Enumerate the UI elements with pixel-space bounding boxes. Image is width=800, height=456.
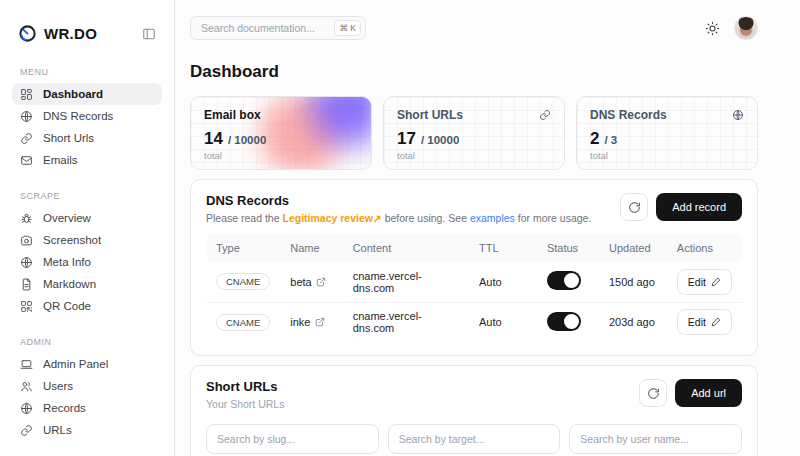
sidebar-item-markdown[interactable]: Markdown — [12, 273, 162, 295]
user-avatar[interactable] — [734, 16, 758, 40]
url-filters-row — [206, 424, 742, 454]
search-by-user-name-input[interactable] — [569, 424, 742, 454]
external-link-icon — [315, 317, 325, 327]
table-row: CNAME beta cname.vercel-dns.com Auto 150… — [206, 262, 742, 302]
globe-icon — [20, 402, 33, 415]
sidebar-item-label: Records — [43, 402, 86, 414]
record-updated: 150d ago — [599, 262, 667, 302]
sidebar-item-label: Users — [43, 380, 73, 392]
dns-records-table: Type Name Content TTL Status Updated Act… — [206, 234, 742, 342]
sidebar-item-label: Emails — [43, 154, 78, 166]
legitimacy-review-link[interactable]: Legitimacy review — [282, 212, 372, 224]
short-urls-subtitle: Your Short URLs — [206, 398, 284, 410]
stat-title: DNS Records — [590, 108, 667, 122]
record-name: beta — [290, 276, 311, 288]
globe-icon — [732, 109, 744, 121]
col-actions: Actions — [667, 234, 742, 262]
sidebar-item-label: Admin Panel — [43, 358, 108, 370]
main-content: ⌘ K Dashboard Email box 14 — [175, 0, 800, 456]
stat-limit: / 3 — [604, 134, 617, 146]
external-link-icon — [316, 277, 326, 287]
globe-icon — [20, 256, 33, 269]
stat-limit: / 10000 — [228, 134, 266, 146]
sidebar-item-label: URLs — [43, 424, 72, 436]
pencil-icon — [711, 277, 721, 287]
refresh-dns-button[interactable] — [620, 193, 648, 221]
edit-record-button[interactable]: Edit — [677, 309, 732, 335]
sidebar-item-urls[interactable]: URLs — [12, 419, 162, 441]
record-type-badge: CNAME — [216, 314, 270, 331]
stat-title: Email box — [204, 108, 261, 122]
dashboard-icon — [20, 88, 33, 101]
add-url-button[interactable]: Add url — [675, 379, 742, 407]
record-name-link[interactable]: inke — [290, 316, 324, 328]
pencil-icon — [711, 317, 721, 327]
sidebar-item-short-urls[interactable]: Short Urls — [12, 127, 162, 149]
topbar: ⌘ K — [190, 0, 758, 56]
topbar-right — [705, 16, 758, 40]
stat-caption: total — [397, 150, 551, 161]
globe-icon — [20, 110, 33, 123]
link-icon — [20, 132, 33, 145]
link-icon — [20, 424, 33, 437]
users-icon — [20, 380, 33, 393]
sun-icon — [705, 21, 720, 36]
sidebar-item-admin-panel[interactable]: Admin Panel — [12, 353, 162, 375]
col-status: Status — [537, 234, 599, 262]
brand-logo[interactable]: WR.DO — [18, 24, 97, 43]
examples-link[interactable]: examples — [470, 212, 515, 224]
search-wrap: ⌘ K — [190, 16, 366, 40]
sidebar-item-screenshot[interactable]: Screenshot — [12, 229, 162, 251]
status-toggle[interactable] — [547, 312, 581, 331]
brand-name: WR.DO — [44, 25, 97, 42]
search-by-slug-input[interactable] — [206, 424, 379, 454]
sidebar-item-dashboard[interactable]: Dashboard — [12, 83, 162, 105]
sidebar-item-users[interactable]: Users — [12, 375, 162, 397]
record-content: cname.vercel-dns.com — [343, 262, 469, 302]
stat-value: 2 — [590, 129, 599, 149]
col-updated: Updated — [599, 234, 667, 262]
col-type: Type — [206, 234, 280, 262]
record-content: cname.vercel-dns.com — [343, 302, 469, 342]
file-text-icon — [20, 278, 33, 291]
col-ttl: TTL — [469, 234, 537, 262]
refresh-urls-button[interactable] — [639, 379, 667, 407]
link-icon — [539, 109, 551, 121]
table-header-row: Type Name Content TTL Status Updated Act… — [206, 234, 742, 262]
sidebar-item-label: Markdown — [43, 278, 96, 290]
theme-toggle-button[interactable] — [705, 21, 720, 36]
sidebar-item-emails[interactable]: Emails — [12, 149, 162, 171]
dns-panel-description: Please read the Legitimacy review↗ befor… — [206, 212, 591, 224]
edit-record-button[interactable]: Edit — [677, 269, 732, 295]
sidebar: WR.DO MENU Dashboard DNS Records Short U… — [0, 0, 175, 456]
sidebar-item-dns-records[interactable]: DNS Records — [12, 105, 162, 127]
sidebar-item-meta-info[interactable]: Meta Info — [12, 251, 162, 273]
panel-left-icon — [142, 27, 156, 41]
sidebar-collapse-button[interactable] — [140, 25, 158, 43]
record-ttl: Auto — [469, 302, 537, 342]
mail-icon — [20, 154, 33, 167]
sidebar-item-overview[interactable]: Overview — [12, 207, 162, 229]
status-toggle[interactable] — [547, 271, 581, 290]
record-updated: 203d ago — [599, 302, 667, 342]
sidebar-item-label: Screenshot — [43, 234, 101, 246]
sidebar-item-qr-code[interactable]: QR Code — [12, 295, 162, 317]
page-title: Dashboard — [190, 62, 758, 82]
record-name-link[interactable]: beta — [290, 276, 325, 288]
keyboard-shortcut-badge: ⌘ K — [334, 20, 361, 36]
search-by-target-input[interactable] — [388, 424, 561, 454]
sidebar-section-scrape: SCRAPE — [20, 191, 154, 201]
external-arrow-icon: ↗ — [373, 212, 382, 224]
stat-value: 17 — [397, 129, 416, 149]
stat-caption: total — [204, 150, 358, 161]
edit-label: Edit — [688, 276, 706, 288]
dns-records-panel: DNS Records Please read the Legitimacy r… — [190, 179, 758, 356]
sidebar-item-label: Meta Info — [43, 256, 91, 268]
desc-text: Please read the — [206, 212, 282, 224]
dns-panel-title: DNS Records — [206, 193, 591, 208]
sidebar-section-admin: ADMIN — [20, 337, 154, 347]
edit-label: Edit — [688, 316, 706, 328]
add-record-button[interactable]: Add record — [656, 193, 742, 221]
sidebar-item-records[interactable]: Records — [12, 397, 162, 419]
sidebar-item-label: DNS Records — [43, 110, 113, 122]
